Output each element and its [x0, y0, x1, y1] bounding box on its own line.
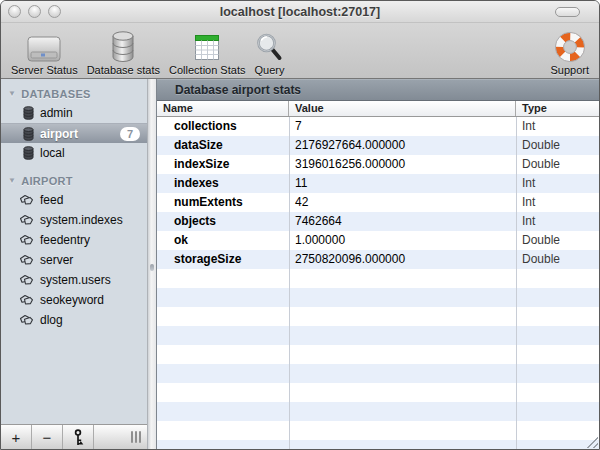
cell-name: objects [157, 212, 289, 231]
cell-name: ok [157, 231, 289, 250]
collection-icon [19, 274, 34, 286]
cell-value: 42 [289, 193, 516, 212]
toolbar-toggle-button[interactable] [555, 7, 580, 17]
sidebar-item-label: seokeyword [40, 293, 104, 307]
cell-name: numExtents [157, 193, 289, 212]
collection-icon [19, 194, 34, 206]
sidebar-splitter[interactable] [147, 79, 157, 449]
collection-icon [19, 234, 34, 246]
sidebar-item-label: dlog [40, 313, 63, 327]
plus-icon: + [12, 429, 21, 446]
auth-button[interactable] [63, 425, 94, 449]
table-row-collections[interactable]: collections7Int [157, 117, 599, 136]
sidebar-group-label: AIRPORT [21, 172, 73, 190]
database-small-icon [23, 106, 34, 120]
cell-type: Double [516, 155, 599, 174]
sidebar-item-label: feedentry [40, 233, 90, 247]
sidebar-item-system-indexes[interactable]: system.indexes [1, 210, 147, 230]
window-title: localhost [localhost:27017] [1, 1, 599, 23]
key-icon [72, 429, 84, 446]
sidebar-footer: +− [1, 424, 147, 449]
stats-table: collections7IntdataSize2176927664.000000… [157, 117, 599, 449]
sidebar-group-label: DATABASES [21, 85, 91, 103]
toolbar: Server Status Database stats Collection … [1, 23, 599, 79]
table-row-objects[interactable]: objects7462664Int [157, 212, 599, 231]
table-icon [192, 29, 222, 63]
sidebar-item-admin[interactable]: admin [1, 103, 147, 123]
remove-button[interactable]: − [32, 425, 63, 449]
table-row-indexes[interactable]: indexes11Int [157, 174, 599, 193]
toolbar-button-query[interactable]: Query [254, 29, 284, 76]
table-row-storagesize[interactable]: storageSize2750820096.000000Double [157, 250, 599, 269]
sidebar-item-airport[interactable]: airport7 [1, 123, 147, 143]
add-button[interactable]: + [1, 425, 32, 449]
sidebar-item-label: system.users [40, 273, 111, 287]
cell-value: 11 [289, 174, 516, 193]
sidebar-item-server[interactable]: server [1, 250, 147, 270]
drag-handle-icon[interactable] [131, 425, 141, 449]
column-header-value[interactable]: Value [289, 101, 516, 116]
table-row-datasize[interactable]: dataSize2176927664.000000Double [157, 136, 599, 155]
toolbar-button-label: Collection Stats [169, 64, 245, 76]
sidebar-group-airport: ▼AIRPORT feed system.indexes feedentry s… [1, 172, 147, 330]
collection-icon [19, 254, 34, 266]
lifering-icon [554, 29, 586, 63]
cell-value: 3196016256.000000 [289, 155, 516, 174]
cell-type: Int [516, 117, 599, 136]
cell-name: indexes [157, 174, 289, 193]
toolbar-button-label: Database stats [87, 64, 160, 76]
disclosure-triangle-icon[interactable]: ▼ [8, 172, 16, 190]
sidebar-item-system-users[interactable]: system.users [1, 270, 147, 290]
database-icon [110, 29, 136, 63]
sidebar: ▼DATABASES admin airport7 local▼AIRPORT … [1, 79, 147, 449]
cell-name: collections [157, 117, 289, 136]
sidebar-group-header[interactable]: ▼AIRPORT [1, 172, 147, 190]
sidebar-item-label: server [40, 253, 73, 267]
table-row-indexsize[interactable]: indexSize3196016256.000000Double [157, 155, 599, 174]
disclosure-triangle-icon[interactable]: ▼ [8, 85, 16, 103]
sidebar-item-feedentry[interactable]: feedentry [1, 230, 147, 250]
item-count-badge: 7 [120, 127, 140, 141]
sidebar-item-dlog[interactable]: dlog [1, 310, 147, 330]
table-row-numextents[interactable]: numExtents42Int [157, 193, 599, 212]
toolbar-button-label: Query [254, 64, 284, 76]
title-bar: localhost [localhost:27017] [1, 1, 599, 23]
toolbar-button-support[interactable]: Support [550, 29, 589, 76]
cell-value: 2750820096.000000 [289, 250, 516, 269]
column-header-type[interactable]: Type [516, 101, 599, 116]
sidebar-item-label: local [40, 146, 65, 160]
sidebar-item-label: system.indexes [40, 213, 123, 227]
cell-value: 7462664 [289, 212, 516, 231]
sidebar-group-header[interactable]: ▼DATABASES [1, 85, 147, 103]
toolbar-button-collection-stats[interactable]: Collection Stats [169, 29, 245, 76]
cell-value: 1.000000 [289, 231, 516, 250]
cell-value: 7 [289, 117, 516, 136]
main-panel: Database airport stats NameValueType col… [157, 79, 599, 449]
column-header-name[interactable]: Name [157, 101, 289, 116]
collection-icon [19, 294, 34, 306]
panel-title: Database airport stats [157, 79, 599, 101]
server-icon [25, 29, 63, 63]
sidebar-list: ▼DATABASES admin airport7 local▼AIRPORT … [1, 79, 147, 424]
collection-icon [19, 314, 34, 326]
magnifier-icon [254, 29, 284, 63]
minus-icon: − [43, 429, 52, 446]
cell-type: Double [516, 136, 599, 155]
sidebar-item-local[interactable]: local [1, 143, 147, 163]
toolbar-button-label: Server Status [11, 64, 78, 76]
cell-type: Int [516, 193, 599, 212]
cell-type: Double [516, 231, 599, 250]
database-small-icon [23, 146, 34, 160]
cell-value: 2176927664.000000 [289, 136, 516, 155]
toolbar-button-server-status[interactable]: Server Status [11, 29, 78, 76]
sidebar-item-feed[interactable]: feed [1, 190, 147, 210]
cell-type: Int [516, 174, 599, 193]
cell-name: dataSize [157, 136, 289, 155]
app-window: localhost [localhost:27017] Server Statu… [0, 0, 600, 450]
toolbar-button-database-stats[interactable]: Database stats [87, 29, 160, 76]
table-row-ok[interactable]: ok1.000000Double [157, 231, 599, 250]
sidebar-item-label: admin [40, 106, 73, 120]
database-small-icon [23, 127, 34, 141]
toolbar-button-label: Support [550, 64, 589, 76]
sidebar-item-seokeyword[interactable]: seokeyword [1, 290, 147, 310]
